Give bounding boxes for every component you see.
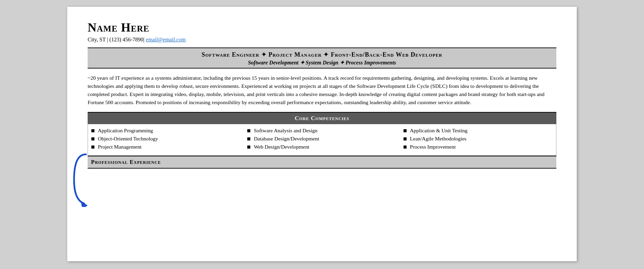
- professional-experience-title: Professional Experience: [91, 159, 161, 165]
- resume-name: Name Here: [88, 20, 556, 35]
- annotation-arrow: [71, 153, 91, 207]
- competency-item: Software Analysis and Design: [254, 128, 317, 134]
- competency-item: Process Improvement: [410, 144, 456, 150]
- list-item: Application & Unit Testing: [404, 128, 549, 134]
- competencies-row: Application Programming Object-Oriented …: [88, 124, 556, 156]
- core-competencies-header: Core Competencies: [88, 112, 556, 124]
- competencies-col-2: Software Analysis and Design Database De…: [244, 124, 400, 156]
- bullet-icon: [404, 129, 407, 132]
- title-banner-main: Software Engineer ✦ Project Manager ✦ Fr…: [91, 51, 553, 58]
- bullet-icon: [247, 146, 250, 149]
- bullet-icon: [404, 146, 407, 149]
- bullet-icon: [404, 137, 407, 140]
- bullet-icon: [91, 137, 94, 140]
- resume-page: Name Here City, ST | (123) 456-7890| ema…: [67, 7, 577, 261]
- bullet-icon: [91, 129, 94, 132]
- svg-marker-0: [81, 202, 88, 207]
- competency-item: Database Design/Development: [254, 136, 319, 142]
- bullet-icon: [247, 137, 250, 140]
- competency-list-3: Application & Unit Testing Lean/Agile Me…: [404, 128, 549, 150]
- resume-contact: City, ST | (123) 456-7890| email@email.c…: [88, 37, 556, 43]
- summary-paragraph: ~20 years of IT experience as a systems …: [88, 69, 556, 112]
- competency-item: Lean/Agile Methodologies: [410, 136, 467, 142]
- title-banner-sub: Software Development ✦ System Design ✦ P…: [91, 59, 553, 66]
- competency-item: Object-Oriented Technology: [98, 136, 158, 142]
- list-item: Object-Oriented Technology: [91, 136, 237, 142]
- competencies-col-3: Application & Unit Testing Lean/Agile Me…: [400, 124, 556, 156]
- competency-item: Application & Unit Testing: [410, 128, 468, 134]
- competency-item: Project Management: [98, 144, 142, 150]
- list-item: Web Design/Development: [247, 144, 393, 150]
- list-item: Software Analysis and Design: [247, 128, 393, 134]
- competency-item: Application Programming: [98, 128, 153, 134]
- email-link[interactable]: email@email.com: [146, 37, 185, 42]
- professional-experience-header: Professional Experience: [88, 156, 556, 169]
- list-item: Application Programming: [91, 128, 237, 134]
- list-item: Project Management: [91, 144, 237, 150]
- competency-item: Web Design/Development: [254, 144, 309, 150]
- competency-list-1: Application Programming Object-Oriented …: [91, 128, 237, 150]
- list-item: Database Design/Development: [247, 136, 393, 142]
- title-banner: Software Engineer ✦ Project Manager ✦ Fr…: [88, 47, 556, 69]
- competency-list-2: Software Analysis and Design Database De…: [247, 128, 393, 150]
- contact-info: City, ST | (123) 456-7890|: [88, 37, 144, 42]
- competencies-table: Application Programming Object-Oriented …: [88, 124, 556, 156]
- bullet-icon: [247, 129, 250, 132]
- competencies-col-1: Application Programming Object-Oriented …: [88, 124, 244, 156]
- list-item: Process Improvement: [404, 144, 549, 150]
- list-item: Lean/Agile Methodologies: [404, 136, 549, 142]
- bullet-icon: [91, 146, 94, 149]
